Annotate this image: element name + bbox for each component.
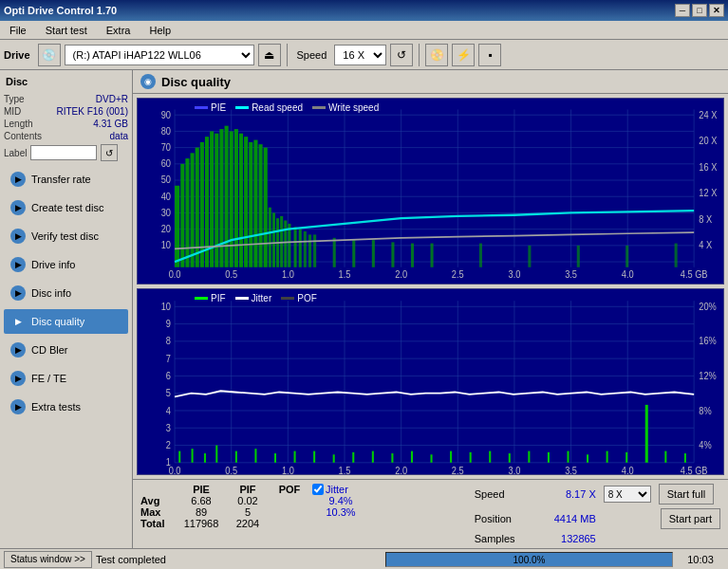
sidebar-item-disc-info[interactable]: ▶ Disc info bbox=[4, 281, 128, 305]
total-jitter bbox=[312, 518, 369, 529]
svg-text:10: 10 bbox=[161, 240, 172, 251]
status-window-button[interactable]: Status window >> bbox=[4, 551, 92, 568]
stats-header-pif: PIF bbox=[229, 484, 267, 495]
stats-header-pof: POF bbox=[271, 484, 308, 495]
speed-test-icon[interactable]: ⚡ bbox=[452, 44, 475, 66]
svg-text:4.5 GB: 4.5 GB bbox=[681, 269, 708, 281]
svg-text:4 X: 4 X bbox=[699, 240, 712, 251]
verify-test-icon: ▶ bbox=[10, 229, 26, 244]
mid-label: MID bbox=[4, 106, 21, 117]
pie-legend-color bbox=[195, 106, 208, 109]
speed-dropdown[interactable]: 8 X bbox=[604, 486, 651, 503]
close-button[interactable]: ✕ bbox=[709, 4, 724, 17]
svg-rect-137 bbox=[470, 452, 472, 463]
read-speed-color bbox=[235, 106, 249, 109]
speed-select[interactable]: 16 X bbox=[334, 45, 386, 65]
samples-label: Samples bbox=[475, 533, 532, 544]
content-area: ◉ Disc quality PIE Read speed bbox=[133, 70, 728, 548]
status-time: 10:03 bbox=[677, 554, 724, 565]
contents-label: Contents bbox=[4, 131, 42, 141]
svg-rect-49 bbox=[244, 137, 248, 267]
svg-rect-57 bbox=[280, 216, 283, 267]
svg-text:2.5: 2.5 bbox=[452, 269, 464, 281]
svg-rect-139 bbox=[509, 453, 511, 463]
label-refresh-button[interactable]: ↺ bbox=[101, 144, 118, 161]
position-value: 4414 MB bbox=[539, 513, 596, 524]
svg-text:4: 4 bbox=[166, 405, 171, 416]
sidebar-item-cd-bler[interactable]: ▶ CD Bler bbox=[4, 338, 128, 362]
disc-type-row: Type DVD+R bbox=[4, 93, 128, 105]
sidebar-item-verify-test-disc[interactable]: ▶ Verify test disc bbox=[4, 224, 128, 248]
window-controls: ─ □ ✕ bbox=[675, 4, 724, 17]
max-pie: 89 bbox=[177, 506, 225, 518]
refresh-icon[interactable]: ↺ bbox=[390, 44, 413, 66]
sidebar-item-create-test-disc[interactable]: ▶ Create test disc bbox=[4, 195, 128, 220]
pif-legend-label: PIF bbox=[211, 293, 226, 303]
stats-header-pie: PIE bbox=[177, 484, 225, 495]
maximize-button[interactable]: □ bbox=[692, 4, 707, 17]
svg-rect-127 bbox=[274, 453, 276, 463]
cd-bler-label: CD Bler bbox=[31, 344, 68, 356]
menu-extra[interactable]: Extra bbox=[101, 23, 137, 38]
menu-file[interactable]: File bbox=[4, 23, 32, 38]
drive-select[interactable]: (R:) ATAPI iHAP122 WLL06 bbox=[65, 45, 254, 65]
sidebar-item-extra-tests[interactable]: ▶ Extra tests bbox=[4, 395, 128, 419]
disc-icon[interactable]: 📀 bbox=[425, 44, 448, 66]
progress-text: 100.0% bbox=[386, 553, 672, 568]
svg-text:8%: 8% bbox=[699, 405, 711, 416]
pof-legend-label: POF bbox=[297, 293, 317, 303]
svg-text:2.5: 2.5 bbox=[452, 465, 464, 474]
svg-rect-64 bbox=[313, 234, 316, 266]
svg-text:3.0: 3.0 bbox=[509, 269, 521, 281]
menu-help[interactable]: Help bbox=[143, 23, 177, 38]
stats-right-panel: Speed 8.17 X 8 X Start full Position 441… bbox=[475, 484, 720, 544]
speed-label: Speed bbox=[297, 49, 327, 61]
sidebar-item-disc-quality[interactable]: ▶ Disc quality bbox=[4, 309, 128, 334]
svg-rect-60 bbox=[294, 227, 297, 266]
extra-tests-icon: ▶ bbox=[10, 399, 26, 414]
write-speed-label: Write speed bbox=[328, 102, 379, 113]
title-bar: Opti Drive Control 1.70 ─ □ ✕ bbox=[0, 0, 728, 21]
max-jitter: 10.3% bbox=[312, 506, 369, 518]
position-row: Position 4414 MB Start part bbox=[475, 508, 720, 529]
menu-bar: File Start test Extra Help bbox=[0, 21, 728, 40]
svg-rect-131 bbox=[352, 452, 354, 463]
svg-rect-73 bbox=[577, 246, 580, 267]
label-input[interactable] bbox=[30, 145, 97, 160]
sidebar-item-drive-info[interactable]: ▶ Drive info bbox=[4, 252, 128, 277]
separator-2 bbox=[419, 44, 420, 66]
settings-icon[interactable]: ▪ bbox=[478, 44, 501, 66]
length-value: 4.31 GB bbox=[93, 119, 128, 129]
sidebar-item-transfer-rate[interactable]: ▶ Transfer rate bbox=[4, 167, 128, 192]
legend-pif: PIF bbox=[195, 293, 226, 303]
progress-bar: 100.0% bbox=[385, 552, 673, 567]
svg-rect-55 bbox=[272, 212, 275, 266]
svg-rect-39 bbox=[196, 148, 199, 267]
avg-pif: 0.02 bbox=[229, 495, 267, 506]
menu-start-test[interactable]: Start test bbox=[40, 23, 93, 38]
avg-pie: 6.68 bbox=[177, 495, 225, 506]
drive-info-label: Drive info bbox=[31, 259, 75, 270]
svg-rect-36 bbox=[180, 164, 184, 267]
svg-text:1.0: 1.0 bbox=[282, 269, 294, 281]
chart-bottom-svg: 10 9 8 7 6 5 4 3 2 1 20% 16% 12% 8% 4% bbox=[138, 289, 723, 474]
svg-rect-124 bbox=[215, 446, 217, 463]
svg-rect-68 bbox=[391, 242, 394, 266]
minimize-button[interactable]: ─ bbox=[675, 4, 690, 17]
legend-write-speed: Write speed bbox=[312, 102, 379, 113]
disc-quality-label: Disc quality bbox=[31, 316, 84, 327]
svg-text:0.0: 0.0 bbox=[169, 269, 181, 281]
svg-rect-141 bbox=[548, 452, 550, 463]
speed-row: Speed 8.17 X 8 X Start full bbox=[475, 484, 720, 505]
sidebar-item-fe-te[interactable]: ▶ FE / TE bbox=[4, 366, 128, 391]
svg-rect-146 bbox=[645, 405, 648, 463]
start-part-button[interactable]: Start part bbox=[661, 508, 720, 529]
stats-table: PIE PIF POF Jitter Avg 6.68 0.02 9.4% Ma… bbox=[140, 484, 369, 529]
start-full-button[interactable]: Start full bbox=[659, 484, 714, 505]
svg-text:12%: 12% bbox=[699, 370, 716, 381]
jitter-checkbox[interactable] bbox=[312, 484, 324, 495]
eject-icon[interactable]: ⏏ bbox=[258, 44, 281, 66]
svg-rect-134 bbox=[411, 451, 413, 463]
total-pie: 117968 bbox=[177, 518, 225, 529]
fe-te-label: FE / TE bbox=[31, 373, 66, 384]
